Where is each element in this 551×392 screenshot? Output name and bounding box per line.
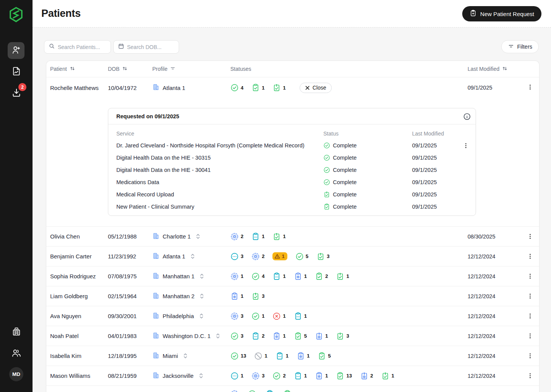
profile-selector-icon[interactable]	[215, 333, 221, 339]
request-panel: Requested on 09/1/2025 Service Status La…	[108, 108, 476, 216]
status-clipboard-dots: 1	[251, 232, 264, 241]
service-row: New Patient - Clinical Summary Complete …	[108, 201, 476, 213]
profile-selector-icon[interactable]	[198, 372, 204, 379]
status-clipboard-up: 1	[272, 83, 285, 92]
table-row[interactable]: Olivia Chen 05/12/1988 Charlotte 1 211 0…	[46, 226, 539, 246]
service-status: Complete	[323, 203, 412, 210]
table-row[interactable]: Benjamin Carter 11/23/1992 Atlanta 1 321…	[46, 246, 539, 266]
patient-dob: 02/15/1964	[108, 293, 152, 299]
filter-lines-icon	[508, 43, 514, 51]
last-modified-date: 12/12/2024	[468, 293, 525, 299]
info-icon[interactable]	[463, 112, 471, 121]
service-status: Complete	[323, 191, 412, 198]
row-menu-button[interactable]	[525, 311, 535, 322]
row-menu-button[interactable]	[525, 82, 535, 93]
table-row[interactable]: Mason Williams 08/21/1959 Jacksonville 1…	[46, 366, 539, 385]
status-gear-dashed: 2	[230, 232, 243, 241]
service-last-modified: 09/1/2025	[412, 142, 460, 149]
status-clipboard-gear: 1	[294, 272, 307, 281]
service-status: Complete	[323, 142, 412, 149]
table-row-expanded[interactable]: Rochelle Matthews 10/04/1972 Atlanta 1 4…	[46, 77, 539, 98]
status-circle-dots: 3	[230, 252, 243, 261]
row-menu-button[interactable]	[525, 291, 535, 302]
row-menu-button[interactable]	[525, 231, 535, 242]
building-icon	[152, 83, 160, 92]
row-menu-button[interactable]	[525, 351, 535, 361]
row-menu-button[interactable]	[525, 371, 535, 381]
search-dob-box[interactable]	[113, 40, 179, 54]
row-menu-button[interactable]	[525, 251, 535, 262]
table-row[interactable]: Ava Nguyen 09/30/2001 Philadelphia 3111 …	[46, 306, 539, 326]
search-patients-box[interactable]	[44, 40, 111, 54]
column-header-last-modified[interactable]: Last Modified	[468, 65, 525, 73]
document-chart-icon	[11, 66, 22, 78]
patient-dob: 11/23/1992	[108, 253, 152, 260]
service-last-modified: 09/1/2025	[412, 167, 460, 173]
patient-dob: 05/12/1988	[108, 233, 152, 240]
column-header-dob[interactable]: DOB	[108, 65, 152, 73]
sort-icon	[69, 65, 75, 73]
building-icon	[152, 352, 160, 360]
status-clipboard-up: 1	[381, 372, 394, 380]
sidebar-item-billing[interactable]	[0, 326, 33, 338]
profile-selector-icon[interactable]	[183, 353, 188, 359]
table-row[interactable]: Noah Patel 04/01/1983 Washington D.C. 1 …	[46, 326, 539, 346]
table-row-partial[interactable]	[46, 385, 539, 392]
sidebar-item-downloads[interactable]	[0, 87, 33, 100]
status-clipboard-gear: 1	[315, 372, 328, 380]
status-clipboard-up: 3	[251, 292, 264, 301]
profile-selector-icon[interactable]	[199, 293, 205, 299]
service-last-modified: 09/1/2025	[412, 155, 460, 161]
patient-name: Noah Patel	[50, 333, 108, 339]
profile-selector-icon[interactable]	[199, 273, 205, 279]
user-avatar[interactable]: MD	[9, 367, 23, 381]
patient-name: Ava Nguyen	[50, 313, 108, 319]
sidebar-item-reports[interactable]	[0, 66, 33, 78]
profile-selector-icon[interactable]	[190, 253, 196, 260]
row-menu-button[interactable]	[525, 331, 535, 341]
service-status: Complete	[323, 167, 412, 173]
building-icon	[152, 252, 160, 261]
profile-name: Miami	[163, 353, 178, 359]
new-patient-request-button[interactable]: New Patient Request	[462, 6, 541, 21]
service-menu-button[interactable]	[460, 140, 471, 151]
column-header-profile[interactable]: Profile	[152, 65, 230, 72]
filters-button[interactable]: Filters	[501, 40, 539, 53]
search-patients-input[interactable]	[58, 44, 106, 50]
status-warning-badge: 1	[272, 252, 287, 260]
sidebar-item-patients[interactable]	[8, 42, 24, 59]
building-icon	[152, 372, 160, 380]
last-modified-date: 12/12/2024	[468, 273, 525, 279]
profile-selector-icon[interactable]	[195, 233, 201, 240]
sidebar-item-team[interactable]	[0, 348, 33, 360]
row-menu-button[interactable]	[525, 271, 535, 282]
status-gear-dashed: 2	[251, 252, 264, 261]
column-header-patient[interactable]: Patient	[50, 65, 108, 73]
sort-icon	[502, 65, 508, 73]
profile-selector-icon[interactable]	[199, 313, 204, 319]
close-expansion-button[interactable]: Close	[300, 83, 332, 93]
service-last-modified: 09/1/2025	[412, 179, 460, 185]
table-row[interactable]: Liam Goldberg 02/15/1964 Manhattan 2 13 …	[46, 286, 539, 306]
profile-name: Washington D.C. 1	[163, 333, 210, 339]
app-logo-icon[interactable]	[7, 6, 25, 23]
calendar-icon	[118, 43, 124, 51]
building-icon	[152, 232, 160, 241]
status-circle-check: 4	[230, 83, 243, 92]
search-dob-input[interactable]	[127, 44, 174, 50]
profile-name: Manhattan 2	[163, 293, 194, 299]
person-plus-icon	[11, 45, 21, 57]
building-icon	[152, 292, 160, 301]
status-clipboard-dots: 1	[294, 372, 307, 380]
last-modified-date: 12/12/2024	[468, 373, 525, 379]
status-gear-dashed: 3	[230, 312, 243, 320]
status-gear-dashed	[230, 390, 239, 392]
status-circle-check: 2	[272, 372, 285, 380]
service-name: Medical Record Upload	[116, 191, 323, 198]
status-circle-slash: 1	[254, 352, 267, 360]
table-row[interactable]: Sophia Rodriguez 07/08/1975 Manhattan 1 …	[46, 266, 539, 286]
status-clipboard-up: 1	[336, 272, 349, 281]
patient-dob: 12/18/1995	[108, 353, 152, 359]
service-name: Digital Health Data on the HIE - 30315	[116, 155, 323, 161]
table-row[interactable]: Isabella Kim 12/18/1995 Miami 131115 12/…	[46, 346, 539, 366]
